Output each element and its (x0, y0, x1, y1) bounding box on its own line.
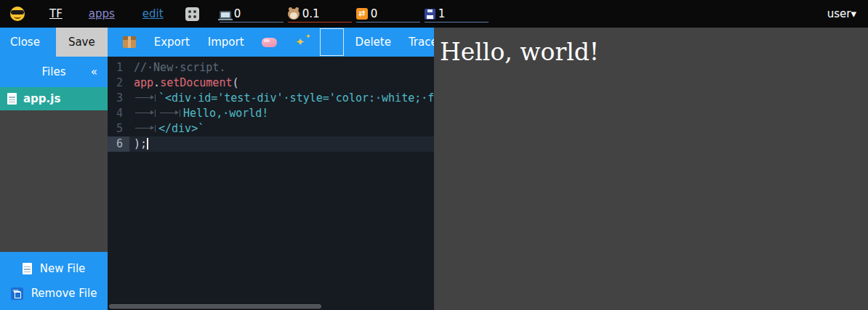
remove-file-icon (11, 287, 23, 300)
delete-button[interactable]: Delete (355, 36, 391, 49)
code-lines: 1//·New·script.2app.setDocument(3`<div·i… (108, 57, 434, 152)
toolbar-text-input[interactable] (320, 28, 344, 56)
import-button[interactable]: Import (208, 36, 244, 49)
code-segment-variable: app (134, 76, 153, 89)
tab-whitespace-marker (158, 110, 180, 117)
remove-file-button[interactable]: Remove File (0, 281, 108, 306)
code-segment-string: Hello,·world! (183, 107, 268, 120)
code-segment-string: </div>` (158, 122, 204, 135)
files-header: Files « (0, 57, 108, 87)
line-number: 2 (108, 76, 129, 91)
editor-toolbar: Close Save Export Import Delete Trace (0, 28, 434, 57)
hamster-rate-value: 0.1 (302, 8, 320, 20)
files-sidebar: Files « app.js New File Remove File (0, 57, 108, 310)
horizontal-scrollbar-thumb[interactable] (109, 304, 321, 309)
new-file-label: New File (40, 262, 86, 275)
code-text: ); (129, 136, 434, 152)
tab-whitespace-marker (134, 110, 156, 117)
code-segment-variable: setDocument (160, 76, 232, 89)
code-segment-string: `<div·id='test-div'·style='color:·white;… (158, 91, 434, 105)
save-count-value: 1 (438, 8, 446, 20)
user-menu[interactable]: user▾ (827, 7, 856, 20)
apps-grid-icon[interactable] (185, 7, 199, 21)
nav-number-fields: 0 0.1 ⇄ 0 1 (220, 5, 489, 23)
code-segment-punct: ( (232, 76, 238, 89)
code-segment-comment: //·New·script. (134, 61, 225, 74)
tab-whitespace-marker (134, 125, 156, 132)
code-text: `<div·id='test-div'·style='color:·white;… (129, 91, 434, 106)
file-name: app.js (23, 92, 60, 105)
app-preview-pane: Hello, world! (434, 28, 868, 310)
sunglasses-emoji-icon[interactable] (10, 7, 25, 21)
collapse-sidebar-button[interactable]: « (91, 65, 97, 78)
tab-whitespace-marker (134, 94, 156, 102)
hamster-rate-field[interactable]: 0.1 (288, 5, 352, 23)
repeat-icon: ⇄ (356, 8, 368, 20)
files-header-label: Files (42, 65, 66, 78)
code-line[interactable]: 2app.setDocument( (108, 76, 434, 91)
top-nav-bar: TF apps edit 0 0.1 ⇄ 0 1 user▾ (0, 0, 868, 28)
nav-link-apps[interactable]: apps (89, 7, 115, 20)
sidebar-empty-area (0, 110, 108, 252)
floppy-disk-icon (425, 9, 435, 20)
code-text: //·New·script. (129, 60, 434, 76)
close-button[interactable]: Close (10, 36, 40, 49)
sparkles-icon[interactable] (295, 35, 311, 49)
code-editor[interactable]: 1//·New·script.2app.setDocument(3`<div·i… (108, 57, 434, 310)
preview-heading: Hello, world! (440, 38, 868, 66)
hamster-icon (288, 9, 300, 20)
laptop-count-field[interactable]: 0 (220, 5, 284, 23)
code-line[interactable]: 6); (108, 136, 434, 152)
nav-link-edit[interactable]: edit (142, 7, 164, 20)
line-number: 6 (108, 136, 129, 152)
code-text: app.setDocument( (129, 76, 434, 91)
code-line[interactable]: 5</div>` (108, 121, 434, 136)
package-icon[interactable] (123, 36, 136, 48)
code-segment-punct: . (153, 76, 160, 89)
remove-file-label: Remove File (31, 287, 97, 300)
new-file-icon (23, 263, 32, 274)
code-segment-punct: ); (134, 137, 147, 150)
export-button[interactable]: Export (154, 36, 190, 49)
line-number: 3 (108, 91, 129, 106)
save-count-field[interactable]: 1 (425, 5, 489, 23)
repeat-count-value: 0 (371, 8, 378, 20)
brand-link[interactable]: TF (49, 7, 63, 20)
code-line[interactable]: 3`<div·id='test-div'·style='color:·white… (108, 91, 434, 106)
file-icon (7, 93, 17, 105)
laptop-icon (220, 11, 231, 19)
trace-button[interactable]: Trace (409, 36, 438, 49)
line-number: 1 (108, 60, 129, 76)
code-text: Hello,·world! (129, 106, 434, 121)
repeat-count-field[interactable]: ⇄ 0 (356, 5, 420, 23)
file-actions: New File Remove File (0, 252, 108, 310)
code-line[interactable]: 1//·New·script. (108, 60, 434, 76)
laptop-count-value: 0 (234, 8, 241, 20)
code-text: </div>` (129, 121, 434, 136)
line-number: 5 (108, 121, 129, 136)
save-button[interactable]: Save (56, 28, 108, 57)
line-number: 4 (108, 106, 129, 121)
text-cursor (147, 138, 148, 150)
soap-icon[interactable] (262, 38, 277, 47)
code-line[interactable]: 4Hello,·world! (108, 106, 434, 121)
new-file-button[interactable]: New File (0, 256, 108, 281)
file-item-appjs[interactable]: app.js (0, 87, 108, 110)
